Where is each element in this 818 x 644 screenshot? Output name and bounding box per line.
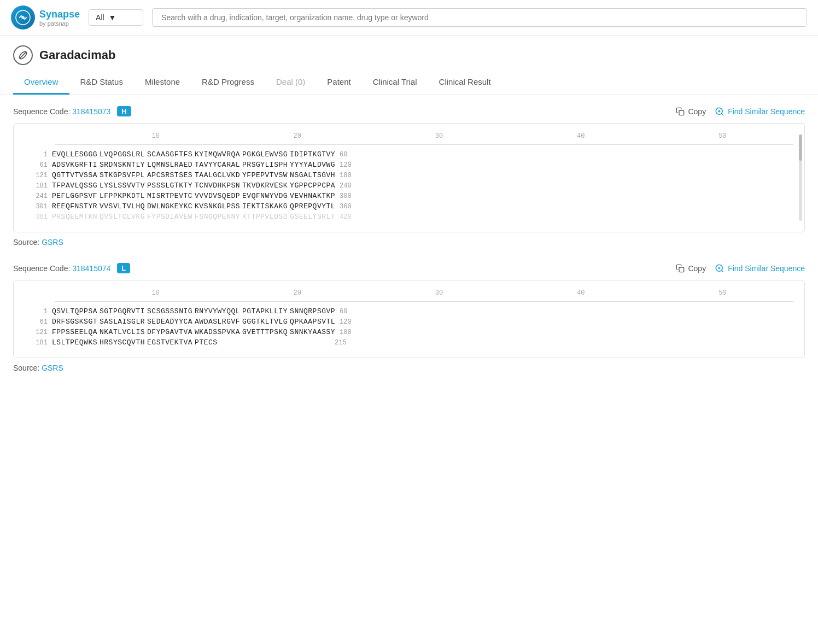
sequence-block-1: Sequence Code: 318415073 H Copy: [13, 106, 805, 247]
sequence-header-2: Sequence Code: 318415074 L Copy: [13, 263, 805, 273]
tabs-bar: Overview R&D Status Milestone R&D Progre…: [0, 71, 818, 95]
page-title-area: Garadacimab: [0, 36, 818, 65]
tab-overview[interactable]: Overview: [13, 71, 69, 95]
logo-text: Synapse by patsnap: [39, 9, 80, 27]
copy-button-2[interactable]: Copy: [676, 264, 706, 273]
svg-line-11: [722, 270, 723, 272]
find-similar-button-1[interactable]: Find Similar Sequence: [715, 107, 805, 116]
seq-code-label-2: Sequence Code: 318415074: [13, 264, 110, 273]
source-link-2[interactable]: GSRS: [42, 364, 63, 372]
tab-clinical-trial[interactable]: Clinical Trial: [362, 71, 428, 95]
content-area: Sequence Code: 318415073 H Copy: [0, 95, 818, 400]
svg-rect-9: [679, 267, 684, 272]
header: Synapse by patsnap All ▼: [0, 0, 818, 36]
table-row: 181 TFPAVLQSSG LYSLSSVVTV PSSSLGTKTY TCN…: [25, 182, 793, 190]
seq-actions-2: Copy Find Similar Sequence: [676, 264, 805, 273]
table-row: 121 QGTTVTVSSA STKGPSVFPL APCSRSTSES TAA…: [25, 171, 793, 179]
tab-rd-status[interactable]: R&D Status: [69, 71, 134, 95]
table-row: 181 LSLTPEQWKS HRSYSCQVTH EGSTVEKTVA PTE…: [25, 338, 793, 347]
seq-actions-1: Copy Find Similar Sequence: [676, 107, 805, 116]
tab-patent[interactable]: Patent: [316, 71, 361, 95]
source-line-1: Source: GSRS: [13, 238, 805, 247]
chevron-down-icon: ▼: [109, 13, 116, 22]
table-row: 1 EVQLLESGGG LVQPGGSLRL SCAASGFTFS KYIMQ…: [25, 150, 793, 159]
table-row: 61 DRFSGSKSGT SASLAISGLR SEDEADYYCA AWDA…: [25, 318, 793, 326]
page-title: Garadacimab: [39, 48, 115, 62]
seq-code-label-1: Sequence Code: 318415073: [13, 107, 110, 116]
ruler-30: 30: [435, 132, 443, 140]
sequence-viewer-2: 10 20 30 40 50 1 QSVLTQPPSA SGTPGQRVTI S…: [13, 280, 805, 358]
logo-icon: [11, 5, 35, 30]
sequence-viewer-1: 10 20 30 40 50 1 EVQLLESGGG LVQPGGSLRL S…: [13, 123, 805, 232]
logo-area: Synapse by patsnap: [11, 5, 80, 30]
copy-icon-1: [676, 107, 685, 116]
seq-ruler-1: 10 20 30 40 50: [25, 132, 793, 140]
ruler-10: 10: [151, 132, 159, 140]
ruler2-50: 50: [718, 289, 726, 297]
table-row: 361 PRSQEEMTKN QVSLTCLVKG FYPSDIAVEW FSN…: [25, 213, 793, 221]
tab-clinical-result[interactable]: Clinical Result: [428, 71, 502, 95]
table-row: 121 FPPSSEELQA NKATLVCLIS DFYPGAVTVA WKA…: [25, 328, 793, 336]
table-row: 1 QSVLTQPPSA SGTPGQRVTI SCSGSSSNIG RNYVY…: [25, 307, 793, 315]
source-line-2: Source: GSRS: [13, 364, 805, 372]
svg-line-3: [20, 52, 26, 58]
ruler-20: 20: [294, 132, 301, 140]
seq-ruler-2: 10 20 30 40 50: [25, 289, 793, 297]
find-similar-icon-2: [715, 264, 724, 273]
ruler2-30: 30: [435, 289, 443, 297]
svg-rect-4: [679, 110, 684, 115]
ruler2-10: 10: [151, 289, 159, 297]
seq-type-badge-2: L: [117, 263, 130, 273]
dropdown-label: All: [96, 13, 104, 22]
table-row: 61 ADSVKGRFTI SRDNSKNTLY LQMNSLRAED TAVY…: [25, 161, 793, 169]
ruler2-20: 20: [294, 289, 301, 297]
tab-deal[interactable]: Deal (0): [265, 71, 316, 95]
scrollbar-1[interactable]: [799, 134, 802, 221]
find-similar-button-2[interactable]: Find Similar Sequence: [715, 264, 805, 273]
svg-point-1: [21, 16, 25, 19]
drug-icon: [13, 45, 33, 65]
search-type-dropdown[interactable]: All ▼: [89, 9, 143, 26]
svg-line-6: [722, 113, 723, 115]
copy-icon-2: [676, 264, 685, 273]
search-input[interactable]: [152, 8, 807, 27]
sequence-block-2: Sequence Code: 318415074 L Copy: [13, 263, 805, 372]
seq-code-value-2: 318415074: [72, 264, 110, 273]
copy-button-1[interactable]: Copy: [676, 107, 706, 116]
table-row: 301 REEQFNSTYR VVSVLTVLHQ DWLNGKEYKC KVS…: [25, 202, 793, 210]
ruler-40: 40: [577, 132, 585, 140]
ruler-50: 50: [718, 132, 726, 140]
tab-milestone[interactable]: Milestone: [134, 71, 191, 95]
table-row: 241 PEFLGGPSVF LFPPKPKDTL MISRTPEVTC VVV…: [25, 192, 793, 200]
scrollbar-thumb-1[interactable]: [799, 134, 802, 161]
find-similar-icon-1: [715, 107, 724, 116]
source-link-1[interactable]: GSRS: [42, 238, 63, 247]
ruler2-40: 40: [577, 289, 585, 297]
logo-sub: by patsnap: [39, 20, 80, 27]
seq-code-value-1: 318415073: [72, 107, 110, 116]
logo-title: Synapse: [39, 9, 80, 20]
sequence-header-1: Sequence Code: 318415073 H Copy: [13, 106, 805, 116]
tab-rd-progress[interactable]: R&D Progress: [191, 71, 265, 95]
seq-type-badge-1: H: [117, 106, 131, 116]
